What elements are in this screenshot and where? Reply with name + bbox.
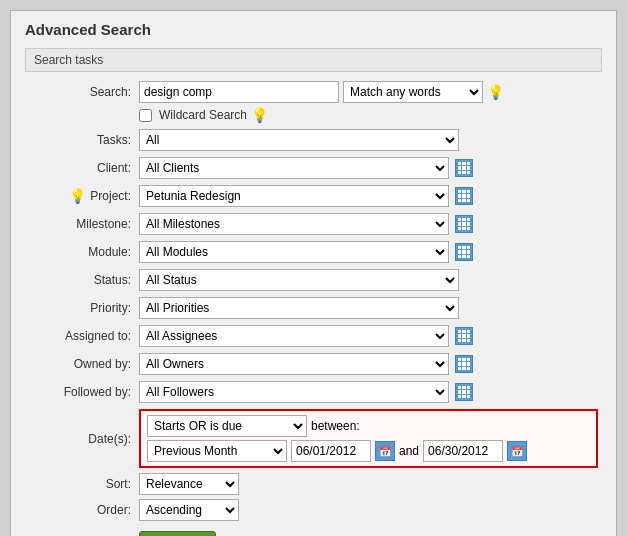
milestone-grid-icon[interactable]	[453, 213, 475, 235]
module-controls: All Modules	[139, 241, 598, 263]
status-controls: All Status	[139, 269, 598, 291]
dates-type-select[interactable]: Starts OR is due Starts Is due	[147, 415, 307, 437]
order-row: Order: Ascending Descending	[25, 497, 602, 523]
sort-controls: Relevance Date Name	[139, 473, 598, 495]
followed-controls: All Followers	[139, 381, 598, 403]
client-label: Client:	[25, 154, 135, 182]
search-hint-icon: 💡	[487, 84, 504, 100]
dates-row: Date(s): Starts OR is due Starts Is due …	[25, 406, 602, 471]
followed-row: Followed by: All Followers	[25, 378, 602, 406]
module-label: Module:	[25, 238, 135, 266]
match-select[interactable]: Match any words Match all words Exact ph…	[343, 81, 483, 103]
wildcard-row: Wildcard Search 💡	[25, 106, 602, 126]
dates-to-input[interactable]	[423, 440, 503, 462]
owned-label: Owned by:	[25, 350, 135, 378]
search-row: Search: Match any words Match all words …	[25, 78, 602, 106]
search-button[interactable]: Search	[139, 531, 216, 536]
module-row: Module: All Modules	[25, 238, 602, 266]
search-input[interactable]	[139, 81, 339, 103]
dates-between-label: between:	[311, 419, 360, 433]
dates-period-select[interactable]: Previous Month This Month Custom	[147, 440, 287, 462]
milestone-label: Milestone:	[25, 210, 135, 238]
client-grid-icon[interactable]	[453, 157, 475, 179]
dates-from-calendar-icon[interactable]: 📅	[375, 441, 395, 461]
order-select[interactable]: Ascending Descending	[139, 499, 239, 521]
tasks-row: Tasks: All	[25, 126, 602, 154]
owned-select[interactable]: All Owners	[139, 353, 449, 375]
dates-row1: Starts OR is due Starts Is due between:	[147, 415, 590, 437]
priority-row: Priority: All Priorities	[25, 294, 602, 322]
wildcard-controls: Wildcard Search 💡	[139, 107, 598, 123]
client-controls: All Clients	[139, 157, 598, 179]
owned-row: Owned by: All Owners	[25, 350, 602, 378]
tasks-select[interactable]: All	[139, 129, 459, 151]
followed-grid-icon[interactable]	[453, 381, 475, 403]
client-row: Client: All Clients	[25, 154, 602, 182]
milestone-select[interactable]: All Milestones	[139, 213, 449, 235]
assigned-select[interactable]: All Assignees	[139, 325, 449, 347]
status-select[interactable]: All Status	[139, 269, 459, 291]
project-controls: Petunia Redesign	[139, 185, 598, 207]
dates-from-input[interactable]	[291, 440, 371, 462]
order-controls: Ascending Descending	[139, 499, 598, 521]
wildcard-hint-icon: 💡	[251, 107, 268, 123]
sort-label: Sort:	[25, 471, 135, 497]
milestone-controls: All Milestones	[139, 213, 598, 235]
assigned-label: Assigned to:	[25, 322, 135, 350]
owned-controls: All Owners	[139, 353, 598, 375]
owned-grid-icon[interactable]	[453, 353, 475, 375]
sort-row: Sort: Relevance Date Name	[25, 471, 602, 497]
dates-row2: Previous Month This Month Custom 📅 and 📅	[147, 440, 590, 462]
dates-label: Date(s):	[25, 406, 135, 471]
section-header: Search tasks	[25, 48, 602, 72]
priority-label: Priority:	[25, 294, 135, 322]
search-button-row: Search	[25, 523, 602, 536]
main-panel: Advanced Search Search tasks Search: Mat…	[10, 10, 617, 536]
followed-label: Followed by:	[25, 378, 135, 406]
wildcard-label: Wildcard Search	[159, 108, 247, 122]
dates-section: Starts OR is due Starts Is due between: …	[139, 409, 598, 468]
status-row: Status: All Status	[25, 266, 602, 294]
priority-controls: All Priorities	[139, 297, 598, 319]
order-label: Order:	[25, 497, 135, 523]
dates-and-label: and	[399, 444, 419, 458]
dates-inner: Starts OR is due Starts Is due between: …	[147, 415, 590, 462]
assigned-grid-icon[interactable]	[453, 325, 475, 347]
wildcard-checkbox[interactable]	[139, 109, 152, 122]
sort-select[interactable]: Relevance Date Name	[139, 473, 239, 495]
form-table: Search: Match any words Match all words …	[25, 78, 602, 523]
followed-select[interactable]: All Followers	[139, 381, 449, 403]
client-select[interactable]: All Clients	[139, 157, 449, 179]
tasks-label: Tasks:	[25, 126, 135, 154]
search-controls: Match any words Match all words Exact ph…	[139, 81, 598, 103]
project-grid-icon[interactable]	[453, 185, 475, 207]
module-grid-icon[interactable]	[453, 241, 475, 263]
module-select[interactable]: All Modules	[139, 241, 449, 263]
priority-select[interactable]: All Priorities	[139, 297, 459, 319]
tasks-controls: All	[139, 129, 598, 151]
assigned-row: Assigned to: All Assignees	[25, 322, 602, 350]
milestone-row: Milestone: All Milestones	[25, 210, 602, 238]
project-label: Project:	[90, 189, 131, 203]
project-row: 💡 Project: Petunia Redesign	[25, 182, 602, 210]
status-label: Status:	[25, 266, 135, 294]
project-select[interactable]: Petunia Redesign	[139, 185, 449, 207]
project-hint-icon: 💡	[69, 188, 86, 204]
search-label: Search:	[25, 78, 135, 106]
assigned-controls: All Assignees	[139, 325, 598, 347]
page-title: Advanced Search	[25, 21, 602, 38]
dates-to-calendar-icon[interactable]: 📅	[507, 441, 527, 461]
